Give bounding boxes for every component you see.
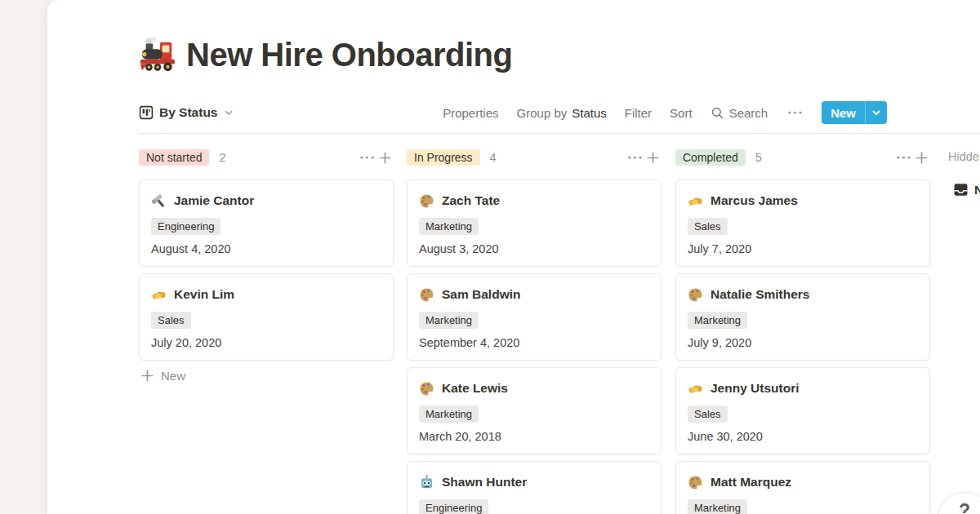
card-name: Kevin Lim xyxy=(174,287,234,302)
card-tag: Marketing xyxy=(419,312,479,329)
card-date: March 20, 2018 xyxy=(419,430,649,443)
column-add-button[interactable] xyxy=(912,148,930,166)
card-tag: Marketing xyxy=(419,405,479,423)
card-date: August 4, 2020 xyxy=(151,242,381,255)
card-date: August 3, 2020 xyxy=(419,242,649,255)
card-title-row: Natalie Smithers xyxy=(688,285,918,304)
card-natalie-smithers[interactable]: Natalie SmithersMarketingJuly 9, 2020 xyxy=(675,273,930,361)
hidden-group-no-status[interactable]: No Status xyxy=(953,182,980,197)
plus-icon xyxy=(915,151,929,165)
hammer-emoji xyxy=(151,193,167,209)
view-switcher[interactable]: By Status xyxy=(139,105,234,120)
column-new-card-label: New xyxy=(161,369,185,383)
card-title-row: Kevin Lim xyxy=(151,285,381,304)
toolbar: By Status Properties Group by Status Fil… xyxy=(139,100,887,125)
locomotive-emoji[interactable] xyxy=(139,36,176,73)
card-date: July 20, 2020 xyxy=(151,336,381,349)
filter-button[interactable]: Filter xyxy=(625,106,652,120)
column-new-card-button[interactable]: New xyxy=(139,369,394,383)
column-header: In Progress4 xyxy=(407,147,662,168)
card-date: July 7, 2020 xyxy=(688,242,918,255)
search-button[interactable]: Search xyxy=(710,106,768,120)
column-completed: Completed5Marcus JamesSalesJuly 7, 2020N… xyxy=(675,147,930,514)
sort-button[interactable]: Sort xyxy=(670,106,693,120)
card-sam-baldwin[interactable]: Sam BaldwinMarketingSeptember 4, 2020 xyxy=(407,273,662,361)
column-badge-completed[interactable]: Completed xyxy=(675,149,746,166)
card-title-row: Matt Marquez xyxy=(688,472,918,492)
column-count: 2 xyxy=(219,151,225,164)
more-horizontal-icon xyxy=(627,154,643,161)
column-more-button[interactable] xyxy=(626,148,644,166)
card-name: Sam Baldwin xyxy=(442,287,520,302)
card-marcus-james[interactable]: Marcus JamesSalesJuly 7, 2020 xyxy=(675,179,930,267)
properties-button[interactable]: Properties xyxy=(443,106,498,120)
new-button[interactable]: New xyxy=(822,101,887,124)
column-badge-not-started[interactable]: Not started xyxy=(139,149,209,166)
card-name: Zach Tate xyxy=(442,193,500,208)
card-title-row: Sam Baldwin xyxy=(419,285,649,304)
card-tag: Engineering xyxy=(419,499,488,514)
toolbar-divider xyxy=(139,133,980,134)
more-horizontal-icon xyxy=(787,109,803,116)
column-count: 5 xyxy=(755,151,762,164)
plus-icon xyxy=(378,151,392,165)
search-icon xyxy=(710,106,724,120)
inbox-icon xyxy=(953,182,969,197)
card-name: Shawn Hunter xyxy=(442,475,527,490)
plus-icon xyxy=(140,369,154,383)
new-button-chevron[interactable] xyxy=(866,101,887,124)
title-row: New Hire Onboarding xyxy=(139,36,512,73)
card-name: Marcus James xyxy=(710,193,798,208)
card-kevin-lim[interactable]: Kevin LimSalesJuly 20, 2020 xyxy=(139,273,394,361)
card-date: July 9, 2020 xyxy=(688,336,918,349)
card-title-row: Shawn Hunter xyxy=(419,472,649,492)
card-jamie-cantor[interactable]: Jamie CantorEngineeringAugust 4, 2020 xyxy=(139,179,394,267)
group-by-button[interactable]: Group by Status xyxy=(517,106,607,120)
card-name: Matt Marquez xyxy=(710,475,791,490)
card-title-row: Jenny Utsutori xyxy=(688,379,918,398)
card-title-row: Marcus James xyxy=(688,191,918,210)
card-date: June 30, 2020 xyxy=(688,430,918,443)
column-header: Not started2 xyxy=(139,147,394,168)
group-by-prefix: Group by xyxy=(517,106,568,120)
card-jenny-utsutori[interactable]: Jenny UtsutoriSalesJune 30, 2020 xyxy=(675,367,930,454)
page-title[interactable]: New Hire Onboarding xyxy=(186,37,512,73)
card-tag: Sales xyxy=(151,312,191,329)
card-name: Kate Lewis xyxy=(442,381,508,396)
palette-emoji xyxy=(688,475,703,490)
column-more-button[interactable] xyxy=(358,148,376,166)
board-view-icon xyxy=(139,105,154,120)
app: New Hire Onboarding By Status Properties… xyxy=(0,0,980,514)
card-tag: Engineering xyxy=(151,218,220,235)
new-button-label: New xyxy=(822,101,865,124)
card-tag: Marketing xyxy=(688,499,747,514)
card-matt-marquez[interactable]: Matt MarquezMarketing xyxy=(675,461,930,514)
help-label: ? xyxy=(959,500,970,514)
card-kate-lewis[interactable]: Kate LewisMarketingMarch 20, 2018 xyxy=(407,367,662,454)
search-label: Search xyxy=(729,106,768,120)
card-shawn-hunter[interactable]: Shawn HunterEngineering xyxy=(407,461,662,514)
palette-emoji xyxy=(419,193,434,209)
toolbar-actions: Properties Group by Status Filter Sort S… xyxy=(443,101,887,124)
hidden-columns-label[interactable]: Hidden columns xyxy=(948,150,980,163)
palette-emoji xyxy=(419,381,434,397)
card-title-row: Zach Tate xyxy=(419,191,649,210)
more-options-button[interactable] xyxy=(786,104,804,122)
card-name: Natalie Smithers xyxy=(710,287,809,302)
chevron-down-icon xyxy=(871,108,881,117)
card-tag: Sales xyxy=(688,405,728,423)
plus-icon xyxy=(646,151,660,165)
column-badge-in-progress[interactable]: In Progress xyxy=(407,149,480,166)
card-tag: Marketing xyxy=(688,312,747,329)
handshake-emoji xyxy=(688,193,703,209)
card-title-row: Kate Lewis xyxy=(419,379,649,398)
card-tag: Sales xyxy=(688,218,728,235)
card-zach-tate[interactable]: Zach TateMarketingAugust 3, 2020 xyxy=(407,179,662,267)
hidden-group-label: No Status xyxy=(974,183,980,197)
column-more-button[interactable] xyxy=(894,148,912,166)
column-header: Completed5 xyxy=(675,147,930,168)
column-add-button[interactable] xyxy=(644,148,662,166)
more-horizontal-icon xyxy=(359,154,375,161)
card-name: Jamie Cantor xyxy=(174,193,254,208)
column-add-button[interactable] xyxy=(376,148,394,166)
